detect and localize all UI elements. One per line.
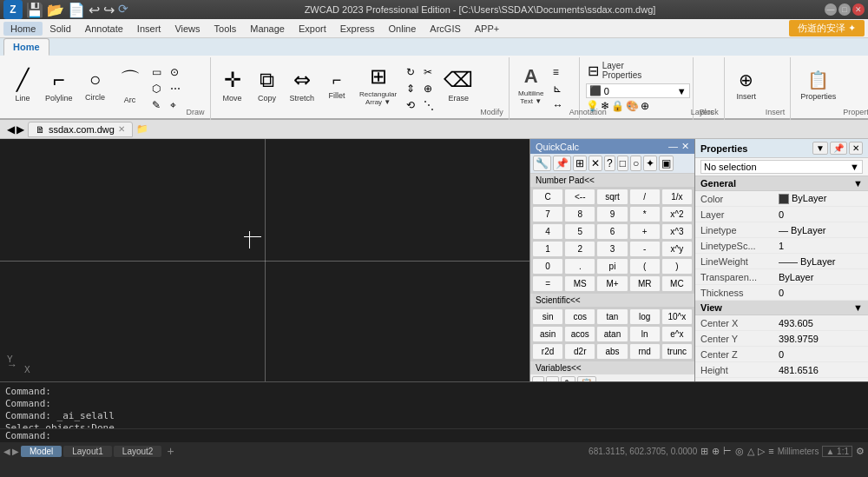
calc-btn-_[interactable]: ( bbox=[629, 258, 661, 275]
properties-button[interactable]: 📋 Properties bbox=[797, 59, 839, 111]
calc-btn-2[interactable]: 2 bbox=[564, 241, 595, 257]
tab-nav-right[interactable]: ▶ bbox=[16, 123, 24, 136]
title-save-icon[interactable]: 💾 bbox=[26, 2, 43, 18]
layer-dropdown-icon[interactable]: ▼ bbox=[677, 86, 687, 96]
menu-express[interactable]: Express bbox=[333, 22, 382, 36]
qc-tb-pin[interactable]: 📌 bbox=[553, 156, 571, 171]
scientific-section-header[interactable]: Scientific<< bbox=[530, 294, 694, 307]
sci-btn-trunc[interactable]: trunc bbox=[661, 343, 693, 360]
calc-btn-3[interactable]: 3 bbox=[596, 241, 628, 257]
menu-manage[interactable]: Manage bbox=[243, 22, 292, 36]
menu-annotate[interactable]: Annotate bbox=[78, 22, 130, 36]
calc-btn-MR[interactable]: MR bbox=[629, 275, 661, 292]
sci-btn-10^x[interactable]: 10^x bbox=[661, 308, 693, 325]
status-snap-icon[interactable]: ⊕ bbox=[712, 446, 720, 457]
qc-tb-star[interactable]: ✦ bbox=[643, 156, 657, 171]
qc-close[interactable]: ✕ bbox=[681, 141, 689, 152]
calc-btn-_[interactable]: ) bbox=[661, 258, 693, 275]
qc-tb-sq[interactable]: □ bbox=[617, 156, 628, 171]
modify-extra-1[interactable]: ↻ bbox=[404, 64, 418, 80]
sci-btn-asin[interactable]: asin bbox=[532, 326, 563, 342]
command-input[interactable] bbox=[55, 430, 863, 441]
calc-btn-_[interactable]: * bbox=[629, 206, 661, 222]
status-grid-icon[interactable]: ⊞ bbox=[700, 446, 708, 457]
calc-btn-4[interactable]: 4 bbox=[532, 223, 563, 240]
general-section-header[interactable]: General ▼ bbox=[695, 176, 868, 191]
modify-extra-6[interactable]: ⋱ bbox=[421, 97, 437, 113]
draw-arc-button[interactable]: ⌒ Arc bbox=[115, 59, 146, 111]
menu-home[interactable]: Home bbox=[3, 22, 43, 36]
qc-tb-grid[interactable]: ⊞ bbox=[573, 156, 587, 171]
modify-stretch-button[interactable]: ⇔ Stretch bbox=[286, 59, 319, 111]
menu-solid[interactable]: Solid bbox=[43, 22, 77, 36]
command-input-row[interactable]: Command: bbox=[0, 428, 868, 442]
status-polar-icon[interactable]: ◎ bbox=[735, 446, 744, 457]
layout-layout2-tab[interactable]: Layout2 bbox=[114, 446, 162, 457]
layout-nav-left[interactable]: ◀ bbox=[3, 447, 10, 456]
calc-btn-_[interactable]: / bbox=[629, 189, 661, 205]
insert-button[interactable]: ⊕ Insert bbox=[731, 59, 762, 111]
qc-tb-rect[interactable]: ▣ bbox=[659, 156, 674, 171]
properties-close-btn[interactable]: ✕ bbox=[849, 142, 863, 155]
annotation-extra-1[interactable]: ≡ bbox=[550, 64, 566, 80]
draw-extra-1[interactable]: ▭ bbox=[149, 64, 164, 80]
calc-btn-_[interactable]: + bbox=[629, 223, 661, 240]
modify-erase-button[interactable]: ⌫ Erase bbox=[440, 59, 477, 111]
vars-tb-4[interactable]: 📋 bbox=[577, 376, 596, 381]
layer-freeze-icon[interactable]: ❄ bbox=[601, 100, 609, 112]
layer-bulb-icon[interactable]: 💡 bbox=[586, 100, 599, 112]
promo-banner[interactable]: 伤逝的安泽 ✦ bbox=[789, 20, 865, 36]
sci-btn-rnd[interactable]: rnd bbox=[629, 343, 661, 360]
layer-color-icon[interactable]: 🎨 bbox=[626, 100, 639, 112]
layout-nav-right[interactable]: ▶ bbox=[12, 447, 19, 456]
variables-section-header[interactable]: Variables<< bbox=[530, 361, 694, 374]
layer-lock-icon[interactable]: 🔒 bbox=[611, 100, 624, 112]
calc-btn-9[interactable]: 9 bbox=[596, 206, 628, 222]
menu-export[interactable]: Export bbox=[292, 22, 333, 36]
title-undo-icon[interactable]: ↩ bbox=[89, 2, 100, 18]
calc-btn-pi[interactable]: pi bbox=[596, 258, 628, 275]
sci-btn-d2r[interactable]: d2r bbox=[564, 343, 595, 360]
document-tab[interactable]: 🗎 ssdax.com.dwg ✕ bbox=[28, 122, 133, 137]
modify-copy-button[interactable]: ⧉ Copy bbox=[252, 59, 283, 111]
properties-selector[interactable]: No selection ▼ bbox=[695, 158, 868, 176]
draw-line-button[interactable]: ╱ Line bbox=[7, 59, 38, 111]
calc-btn-1[interactable]: 1 bbox=[532, 241, 563, 257]
maximize-button[interactable]: □ bbox=[838, 3, 851, 16]
properties-toggle-btn[interactable]: ▼ bbox=[812, 142, 828, 155]
properties-pin-btn[interactable]: 📌 bbox=[830, 142, 847, 155]
annotation-extra-2[interactable]: ⊾ bbox=[550, 81, 566, 96]
sci-btn-acos[interactable]: acos bbox=[564, 326, 595, 342]
modify-fillet-button[interactable]: ⌐ Fillet bbox=[321, 59, 352, 111]
tab-nav-left[interactable]: ◀ bbox=[7, 123, 15, 136]
calc-btn-_[interactable]: . bbox=[564, 258, 595, 275]
doc-tab-close[interactable]: ✕ bbox=[118, 124, 125, 134]
draw-extra-4[interactable]: ⊙ bbox=[168, 64, 183, 80]
status-zoom-scale[interactable]: ▲ 1:1 bbox=[822, 446, 852, 457]
calc-btn-MS[interactable]: MS bbox=[564, 275, 595, 292]
layer-extra-icon[interactable]: ⊕ bbox=[641, 100, 649, 112]
calc-btn-sqrt[interactable]: sqrt bbox=[596, 189, 628, 205]
layer-selector[interactable]: ⬛ 0 ▼ bbox=[586, 83, 690, 98]
tab-home[interactable]: Home bbox=[3, 38, 49, 56]
sci-btn-abs[interactable]: abs bbox=[596, 343, 628, 360]
draw-extra-5[interactable]: ⋯ bbox=[168, 81, 183, 96]
qc-tb-help[interactable]: ? bbox=[604, 156, 615, 171]
menu-online[interactable]: Online bbox=[382, 22, 424, 36]
status-ortho-icon[interactable]: ⊢ bbox=[723, 446, 732, 457]
status-osnap-icon[interactable]: △ bbox=[747, 446, 754, 457]
annotation-extra-3[interactable]: ↔ bbox=[550, 97, 566, 113]
calc-btn-x_y[interactable]: x^y bbox=[661, 241, 693, 257]
calc-btn-0[interactable]: 0 bbox=[532, 258, 563, 275]
status-dyn-icon[interactable]: ▷ bbox=[758, 446, 765, 457]
layout-model-tab[interactable]: Model bbox=[21, 446, 62, 457]
sci-btn-sin[interactable]: sin bbox=[532, 308, 563, 325]
calc-btn-_[interactable]: = bbox=[532, 275, 563, 292]
calc-btn-___[interactable]: <-- bbox=[564, 189, 595, 205]
modify-extra-4[interactable]: ✂ bbox=[421, 64, 437, 80]
draw-polyline-button[interactable]: ⌐ Polyline bbox=[42, 59, 76, 111]
draw-extra-6[interactable]: ⌖ bbox=[168, 97, 183, 113]
calc-btn-_[interactable]: - bbox=[629, 241, 661, 257]
modify-extra-2[interactable]: ⇕ bbox=[404, 81, 418, 96]
status-settings-icon[interactable]: ⚙ bbox=[856, 446, 865, 457]
